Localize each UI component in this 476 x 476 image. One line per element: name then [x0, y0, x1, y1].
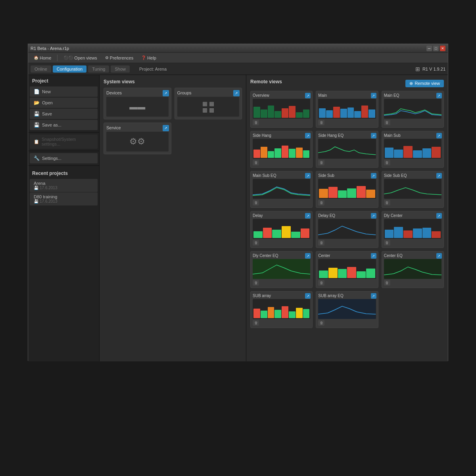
dly-center-eq-open-btn[interactable]: ↗ — [305, 253, 311, 259]
main-eq-delete-btn[interactable]: 🗑 — [384, 120, 390, 125]
minimize-button[interactable]: ─ — [426, 46, 432, 51]
sidebar: Project 📄 New 📂 Open 💾 Save 💾 Save as...… — [28, 75, 100, 361]
tuning-button[interactable]: Tuning — [88, 65, 109, 73]
main-window: R1 Beta - Arena.r1p ─ □ ✕ 🏠 Home ⚫⚫ Open… — [28, 44, 448, 361]
overview-delete-btn[interactable]: 🗑 — [253, 120, 259, 125]
remote-card-delay[interactable]: Delay ↗ 🗑 — [250, 211, 313, 248]
center-thumb — [318, 259, 376, 279]
side-hang-open-btn[interactable]: ↗ — [305, 133, 311, 138]
menu-home[interactable]: 🏠 Home — [31, 55, 54, 61]
remote-card-main-eq[interactable]: Main EQ ↗ 🗑 — [382, 91, 444, 128]
side-sub-open-btn[interactable]: ↗ — [371, 173, 376, 178]
main-sub-eq-open-btn[interactable]: ↗ — [305, 173, 311, 178]
service-card[interactable]: Service ⚙⚙ ↗ — [104, 123, 171, 154]
recent-item-arena[interactable]: Arena 💾 17.6.2013 — [30, 179, 98, 192]
devices-open-button[interactable]: ↗ — [163, 90, 169, 96]
remote-card-main-sub-eq[interactable]: Main Sub EQ ↗ 🗑 — [250, 171, 313, 208]
groups-open-button[interactable]: ↗ — [233, 90, 240, 96]
recent-item-d80[interactable]: D80 training 💾 17.6.2013 — [30, 192, 98, 205]
show-button[interactable]: Show — [111, 65, 130, 73]
remote-card-side-hang[interactable]: Side Hang ↗ — [250, 131, 313, 168]
delay-eq-open-btn[interactable]: ↗ — [371, 213, 376, 219]
recent-projects-list: Arena 💾 17.6.2013 D80 training 💾 17.6.20… — [28, 178, 99, 361]
menu-preferences[interactable]: ⚙ Preferences — [102, 55, 136, 61]
remote-card-dly-center-eq[interactable]: Dly Center EQ ↗ 🗑 — [250, 251, 313, 288]
service-open-button[interactable]: ↗ — [163, 125, 169, 131]
devices-thumb: ▬▬ — [106, 97, 169, 117]
add-remote-view-icon: ⊕ — [409, 81, 413, 86]
main-delete-btn[interactable]: 🗑 — [318, 120, 324, 125]
remote-card-overview[interactable]: Overview ↗ � — [250, 91, 313, 128]
remote-card-sub-array-eq[interactable]: SUB array EQ ↗ 🗑 — [316, 291, 378, 328]
new-button[interactable]: 📄 New — [30, 86, 98, 97]
delay-delete-btn[interactable]: 🗑 — [253, 240, 259, 246]
dly-center-delete-btn[interactable]: 🗑 — [384, 240, 390, 246]
menu-open-views[interactable]: ⚫⚫ Open views — [60, 55, 100, 61]
remote-card-side-sub[interactable]: Side Sub ↗ 🗑 — [316, 171, 378, 208]
online-button[interactable]: Online — [31, 65, 51, 73]
remote-card-side-sub-eq[interactable]: Side Sub EQ ↗ 🗑 — [382, 171, 444, 208]
center-eq-delete-btn[interactable]: 🗑 — [384, 280, 390, 286]
maximize-button[interactable]: □ — [433, 46, 439, 51]
delay-open-btn[interactable]: ↗ — [305, 213, 311, 219]
d80-date-icon: 💾 — [34, 199, 38, 203]
center-eq-open-btn[interactable]: ↗ — [436, 253, 442, 259]
side-hang-eq-open-btn[interactable]: ↗ — [371, 133, 376, 138]
remote-card-side-hang-eq[interactable]: Side Hang EQ ↗ 🗑 — [316, 131, 378, 168]
configuration-button[interactable]: Configuration — [53, 65, 86, 73]
side-hang-delete-btn[interactable]: 🗑 — [253, 160, 259, 165]
side-hang-eq-delete-btn[interactable]: 🗑 — [318, 160, 324, 165]
svg-rect-2 — [318, 299, 376, 319]
sub-array-eq-delete-btn[interactable]: 🗑 — [318, 320, 324, 326]
remote-card-delay-eq[interactable]: Delay EQ ↗ 🗑 — [316, 211, 378, 248]
main-title: Main — [318, 93, 376, 98]
groups-card[interactable]: Groups ▦ ▦▦ ▦ ↗ — [175, 88, 242, 119]
delay-eq-delete-btn[interactable]: 🗑 — [318, 240, 324, 246]
snapshot-button: 📋 Snapshot/System settings... — [30, 134, 98, 149]
center-open-btn[interactable]: ↗ — [371, 253, 376, 259]
remote-card-dly-center[interactable]: Dly Center ↗ 🗑 — [382, 211, 444, 248]
overview-open-btn[interactable]: ↗ — [305, 93, 311, 98]
menu-help[interactable]: ❓ Help — [138, 55, 159, 61]
center-eq-title: Center EQ — [384, 253, 441, 258]
sub-array-delete-btn[interactable]: 🗑 — [253, 320, 259, 326]
dly-center-eq-delete-btn[interactable]: 🗑 — [253, 280, 259, 286]
delay-thumb — [253, 219, 310, 239]
main-sub-open-btn[interactable]: ↗ — [436, 133, 442, 138]
side-sub-thumb — [318, 179, 376, 199]
dly-center-open-btn[interactable]: ↗ — [436, 213, 442, 219]
main-sub-delete-btn[interactable]: 🗑 — [384, 160, 390, 165]
open-button[interactable]: 📂 Open — [30, 98, 98, 108]
side-sub-eq-thumb — [384, 179, 441, 199]
overview-title: Overview — [253, 93, 310, 98]
side-sub-eq-delete-btn[interactable]: 🗑 — [384, 200, 390, 205]
remote-card-center[interactable]: Center ↗ 🗑 — [316, 251, 378, 288]
center-delete-btn[interactable]: 🗑 — [318, 280, 324, 286]
sub-array-open-btn[interactable]: ↗ — [305, 293, 311, 299]
save-as-button[interactable]: 💾 Save as... — [30, 120, 98, 130]
sub-array-eq-open-btn[interactable]: ↗ — [371, 293, 376, 299]
system-views-panel: System views Devices ▬▬ ↗ Groups ▦ ▦▦ ▦ — [100, 75, 246, 361]
delay-eq-title: Delay EQ — [318, 213, 376, 218]
service-icon: ⚙⚙ — [129, 136, 145, 147]
groups-thumb: ▦ ▦▦ ▦ — [177, 97, 240, 117]
menu-separator-1 — [57, 55, 58, 61]
add-remote-view-button[interactable]: ⊕ Remote view — [405, 80, 444, 87]
toolbar-right: ⊞ R1 V 1.9.21 — [415, 66, 445, 72]
remote-view-grid: Overview ↗ � — [250, 91, 444, 328]
settings-button[interactable]: 🔧 Settings... — [30, 153, 98, 163]
remote-card-sub-array[interactable]: SUB array ↗ — [250, 291, 313, 328]
side-sub-delete-btn[interactable]: 🗑 — [318, 200, 324, 205]
settings-icon: 🔧 — [34, 155, 40, 161]
save-button[interactable]: 💾 Save — [30, 109, 98, 119]
close-button[interactable]: ✕ — [440, 46, 445, 51]
devices-card[interactable]: Devices ▬▬ ↗ — [104, 88, 171, 119]
main-sub-eq-delete-btn[interactable]: 🗑 — [253, 200, 259, 205]
remote-card-main[interactable]: Main ↗ 🗑 — [316, 91, 378, 128]
remote-card-main-sub[interactable]: Main Sub ↗ 🗑 — [382, 131, 444, 168]
main-open-btn[interactable]: ↗ — [371, 93, 376, 98]
side-sub-eq-open-btn[interactable]: ↗ — [436, 173, 442, 178]
main-eq-open-btn[interactable]: ↗ — [436, 93, 442, 98]
remote-card-center-eq[interactable]: Center EQ ↗ 🗑 — [382, 251, 444, 288]
main-sub-eq-title: Main Sub EQ — [253, 173, 310, 178]
